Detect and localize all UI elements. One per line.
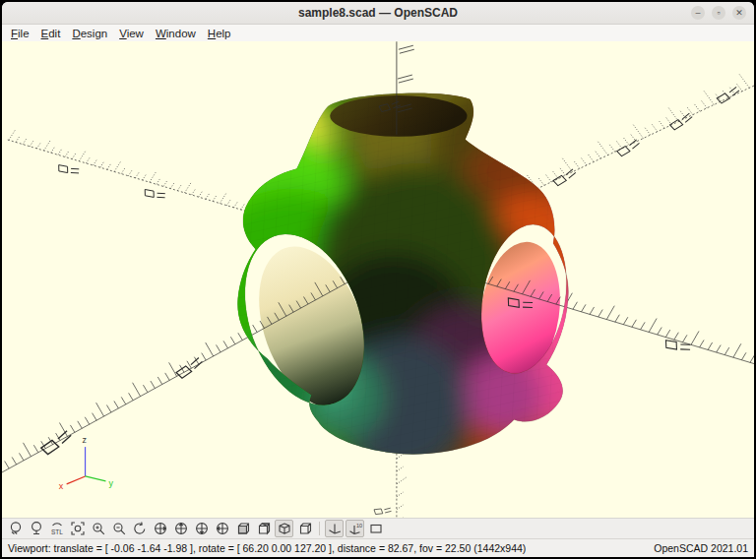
svg-text:10: 10	[356, 523, 362, 528]
show-scale-markers-button[interactable]: 10	[346, 520, 364, 537]
toolbar-separator	[319, 522, 320, 535]
export-stl-button[interactable]: STL	[47, 520, 66, 537]
view-bottom-icon	[194, 521, 210, 536]
view-right-icon	[153, 521, 168, 536]
close-button[interactable]: ✕	[732, 6, 746, 20]
render-icon	[29, 521, 44, 536]
show-axes-button[interactable]	[325, 520, 344, 537]
z-axis-label: z	[83, 435, 88, 445]
zoom-in-button[interactable]	[89, 520, 107, 537]
menu-item-file[interactable]: File	[5, 27, 35, 40]
x-axis-label: x	[59, 481, 64, 491]
openscad-window: sample8.scad — OpenSCAD –▫✕ FileEditDesi…	[2, 2, 754, 557]
preview-button[interactable]	[6, 520, 25, 537]
view-front-button[interactable]	[233, 520, 252, 537]
reset-view-icon	[132, 521, 148, 536]
orthogonal-button[interactable]	[295, 520, 314, 537]
view-front-icon	[235, 521, 251, 536]
menu-item-help[interactable]: Help	[202, 27, 237, 40]
reset-view-button[interactable]	[130, 520, 149, 537]
version-text: OpenSCAD 2021.01	[654, 542, 748, 554]
title-bar[interactable]: sample8.scad — OpenSCAD –▫✕	[2, 2, 754, 25]
menu-item-window[interactable]: Window	[150, 27, 202, 40]
view-right-button[interactable]	[151, 520, 169, 537]
status-bar: Viewport: translate = [ -0.06 -1.64 -1.9…	[2, 538, 754, 557]
show-scale-markers-icon: 10	[347, 521, 363, 536]
svg-text:STL: STL	[51, 528, 63, 535]
view-top-icon	[173, 521, 189, 536]
3d-scene: z x y	[2, 41, 754, 518]
show-edges-icon	[368, 521, 384, 536]
orthogonal-icon	[297, 521, 313, 536]
viewport-status-text: Viewport: translate = [ -0.06 -1.64 -1.9…	[8, 542, 526, 554]
3d-viewport[interactable]: z x y	[2, 41, 754, 518]
menu-item-view[interactable]: View	[113, 27, 150, 40]
export-stl-icon: STL	[49, 521, 65, 536]
zoom-out-icon	[111, 521, 127, 536]
window-controls: –▫✕	[691, 6, 746, 20]
zoom-all-icon	[70, 521, 86, 536]
view-back-button[interactable]	[254, 520, 273, 537]
y-axis-label: y	[108, 478, 113, 488]
zoom-all-button[interactable]	[68, 520, 87, 537]
view-toolbar: STL10	[2, 518, 754, 538]
perspective-button[interactable]	[275, 520, 293, 537]
view-left-icon	[215, 521, 230, 536]
minimize-button[interactable]: –	[691, 6, 705, 20]
zoom-in-icon	[91, 521, 106, 536]
view-back-icon	[256, 521, 272, 536]
render-button[interactable]	[27, 520, 45, 537]
maximize-button[interactable]: ▫	[712, 6, 725, 20]
menu-item-edit[interactable]: Edit	[35, 27, 67, 40]
view-bottom-button[interactable]	[192, 520, 211, 537]
perspective-icon	[277, 521, 292, 536]
menu-bar: FileEditDesignViewWindowHelp	[2, 25, 754, 42]
menu-item-design[interactable]: Design	[66, 27, 113, 40]
zoom-out-button[interactable]	[109, 520, 128, 537]
view-top-button[interactable]	[171, 520, 190, 537]
window-title: sample8.scad — OpenSCAD	[298, 6, 458, 20]
view-left-button[interactable]	[213, 520, 231, 537]
show-edges-button[interactable]	[366, 520, 385, 537]
preview-icon	[8, 521, 24, 536]
show-axes-icon	[327, 521, 343, 536]
